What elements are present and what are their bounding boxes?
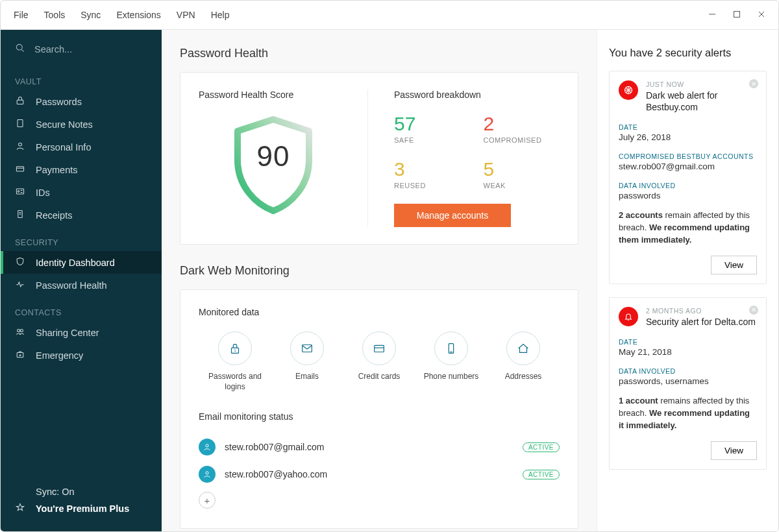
monitored-label: Phone numbers bbox=[424, 372, 479, 382]
nav-label: Sharing Center bbox=[36, 328, 99, 338]
pulse-icon bbox=[15, 279, 25, 291]
receipt-icon bbox=[15, 209, 25, 221]
dismiss-icon[interactable]: ✕ bbox=[749, 306, 758, 315]
alert-card: ✕ 2 MONTHS AGOSecurity alert for Delta.c… bbox=[609, 297, 767, 470]
alerts-panel: You have 2 security alerts ✕ JUST NOWDar… bbox=[597, 30, 778, 531]
nav-receipts[interactable]: Receipts bbox=[1, 204, 162, 226]
nav-label: Password Health bbox=[36, 280, 107, 291]
menu-tools[interactable]: Tools bbox=[44, 10, 66, 20]
menu-help[interactable]: Help bbox=[211, 10, 230, 20]
alert-title: Dark web alert for Bestbuy.com bbox=[646, 90, 757, 113]
nav-ids[interactable]: IDs bbox=[1, 181, 162, 204]
menu-items: File Tools Sync Extensions VPN Help bbox=[7, 10, 229, 20]
email-address: stew.rob007@gmail.com bbox=[225, 442, 513, 452]
alert-field-value: stew.rob007@gmail.com bbox=[619, 162, 757, 171]
monitored-label: Addresses bbox=[505, 372, 542, 382]
email-row[interactable]: stew.rob007@yahoo.comACTIVE bbox=[199, 461, 560, 488]
nav-personal-info[interactable]: Personal Info bbox=[1, 136, 162, 158]
close-icon[interactable] bbox=[758, 10, 765, 20]
alert-field-value: May 21, 2018 bbox=[619, 347, 757, 357]
app-window: File Tools Sync Extensions VPN Help Sear… bbox=[0, 0, 779, 532]
score-value: 90 bbox=[225, 140, 322, 173]
breakdown-label: Password breakdown bbox=[394, 90, 560, 100]
dark-web-heading: Dark Web Monitoring bbox=[180, 264, 578, 278]
user-icon bbox=[199, 466, 216, 483]
nav-payments[interactable]: Payments bbox=[1, 158, 162, 181]
nav-emergency[interactable]: Emergency bbox=[1, 344, 162, 367]
bell-icon bbox=[619, 307, 638, 326]
nav-label: Identity Dashboard bbox=[36, 258, 115, 268]
section-vault-label: VAULT bbox=[1, 66, 162, 90]
alert-field-value: passwords, usernames bbox=[619, 376, 757, 386]
monitored-card[interactable]: Credit cards bbox=[347, 332, 412, 392]
id-icon bbox=[15, 186, 25, 199]
sidebar: Search... VAULT Passwords Secure Notes P… bbox=[1, 30, 162, 531]
alerts-heading: You have 2 security alerts bbox=[609, 47, 767, 59]
star-icon bbox=[15, 502, 25, 514]
main-content: Password Health Password Health Score 90 bbox=[162, 30, 597, 531]
nav-label: Emergency bbox=[36, 350, 83, 361]
alert-description: 2 accounts remain affected by this breac… bbox=[619, 210, 757, 247]
menu-vpn[interactable]: VPN bbox=[177, 10, 195, 20]
status-badge: ACTIVE bbox=[523, 470, 560, 479]
monitored-mail[interactable]: Emails bbox=[275, 332, 340, 392]
dismiss-icon[interactable]: ✕ bbox=[749, 79, 758, 88]
breakdown-value: 3 bbox=[394, 160, 471, 179]
person-icon bbox=[15, 141, 25, 153]
breakdown-value: 2 bbox=[484, 114, 560, 134]
score-label: Password Health Score bbox=[199, 90, 348, 100]
search-box[interactable]: Search... bbox=[1, 30, 162, 66]
manage-accounts-button[interactable]: Manage accounts bbox=[394, 204, 511, 227]
nav-passwords[interactable]: Passwords bbox=[1, 90, 162, 113]
nav-sharing-center[interactable]: Sharing Center bbox=[1, 321, 162, 344]
nav-secure-notes[interactable]: Secure Notes bbox=[1, 113, 162, 136]
menu-file[interactable]: File bbox=[14, 10, 29, 20]
alert-view-button[interactable]: View bbox=[711, 441, 757, 460]
search-icon bbox=[15, 43, 25, 55]
alert-when: 2 MONTHS AGO bbox=[646, 307, 756, 315]
menu-extensions[interactable]: Extensions bbox=[116, 10, 160, 20]
breakdown-value: 5 bbox=[484, 160, 560, 179]
alert-view-button[interactable]: View bbox=[711, 256, 757, 274]
breakdown-value: 57 bbox=[394, 114, 471, 134]
phone-icon bbox=[434, 332, 468, 365]
alert-title: Security alert for Delta.com bbox=[646, 316, 756, 328]
svg-point-12 bbox=[18, 191, 19, 192]
alert-field-value: July 26, 2018 bbox=[619, 132, 757, 142]
alert-field-label: DATA INVOLVED bbox=[619, 367, 757, 375]
nav-label: Payments bbox=[36, 165, 77, 175]
add-email-button[interactable]: + bbox=[199, 492, 216, 509]
svg-point-4 bbox=[16, 44, 22, 50]
score-shield: 90 bbox=[225, 112, 322, 222]
shield-icon bbox=[15, 256, 25, 269]
svg-rect-6 bbox=[17, 100, 23, 104]
monitored-label: Passwords and logins bbox=[203, 372, 267, 392]
alert-card: ✕ JUST NOWDark web alert for Bestbuy.com… bbox=[609, 71, 767, 284]
nav-label: Receipts bbox=[36, 210, 72, 221]
monitored-home[interactable]: Addresses bbox=[491, 332, 556, 392]
svg-rect-1 bbox=[734, 12, 740, 18]
nav-label: Personal Info bbox=[36, 142, 91, 152]
alert-field-label: DATE bbox=[619, 338, 757, 346]
alert-field-label: DATE bbox=[619, 123, 757, 131]
svg-rect-7 bbox=[18, 119, 23, 127]
nav-password-health[interactable]: Password Health bbox=[1, 274, 162, 296]
note-icon bbox=[15, 118, 25, 130]
nav-label: IDs bbox=[36, 187, 50, 198]
alert-field-label: DATA INVOLVED bbox=[619, 182, 757, 189]
monitored-phone[interactable]: Phone numbers bbox=[419, 332, 484, 392]
card-icon bbox=[362, 332, 396, 365]
minimize-icon[interactable] bbox=[708, 10, 716, 20]
email-row[interactable]: stew.rob007@gmail.comACTIVE bbox=[199, 433, 560, 461]
menu-sync[interactable]: Sync bbox=[80, 10, 101, 20]
home-icon bbox=[506, 332, 540, 365]
maximize-icon[interactable] bbox=[733, 10, 741, 20]
monitored-label: Credit cards bbox=[358, 372, 401, 382]
svg-point-19 bbox=[20, 329, 23, 332]
alert-when: JUST NOW bbox=[646, 80, 757, 88]
lock-icon bbox=[15, 95, 25, 108]
window-controls bbox=[708, 10, 772, 20]
monitored-lock[interactable]: 1Passwords and logins bbox=[203, 332, 267, 392]
nav-identity-dashboard[interactable]: Identity Dashboard bbox=[1, 251, 162, 274]
sync-status: Sync: On bbox=[36, 487, 75, 497]
